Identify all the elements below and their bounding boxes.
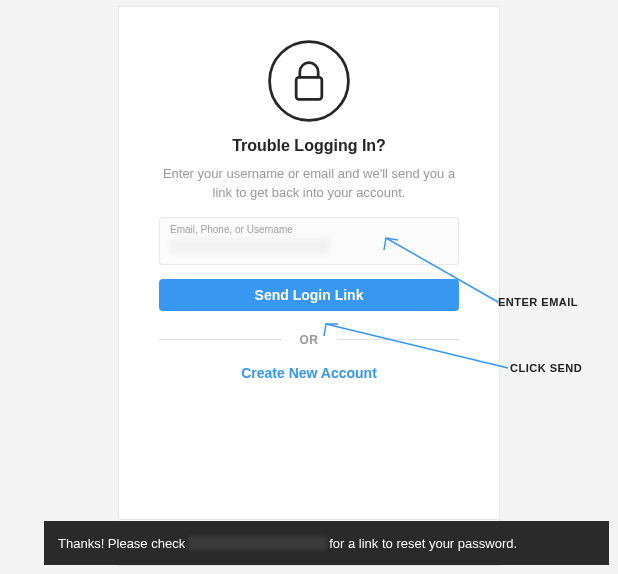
or-divider: OR (159, 333, 459, 347)
create-account-link[interactable]: Create New Account (119, 365, 499, 381)
toast-text-suffix: for a link to reset your password. (329, 536, 517, 551)
toast-text-prefix: Thanks! Please check (58, 536, 185, 551)
page-title: Trouble Logging In? (119, 137, 499, 155)
lock-icon-wrap (119, 7, 499, 125)
email-field[interactable]: Email, Phone, or Username (159, 217, 459, 265)
email-field-wrap: Email, Phone, or Username (159, 217, 459, 265)
reset-card: Trouble Logging In? Enter your username … (118, 6, 500, 566)
toast-notification: Thanks! Please check for a link to reset… (44, 521, 609, 565)
divider-line-right (337, 339, 460, 340)
or-label: OR (282, 333, 337, 347)
annotation-enter-email: ENTER EMAIL (498, 296, 578, 308)
email-field-value-redacted (170, 238, 330, 254)
send-login-link-button[interactable]: Send Login Link (159, 279, 459, 311)
divider-line-left (159, 339, 282, 340)
page-subtitle: Enter your username or email and we'll s… (119, 165, 499, 203)
annotation-click-send: CLICK SEND (510, 362, 582, 374)
svg-rect-1 (296, 77, 322, 99)
email-field-label: Email, Phone, or Username (170, 224, 448, 235)
lock-icon (265, 37, 353, 125)
toast-email-redacted (187, 536, 327, 550)
svg-point-0 (270, 42, 349, 121)
send-button-wrap: Send Login Link (159, 279, 459, 311)
